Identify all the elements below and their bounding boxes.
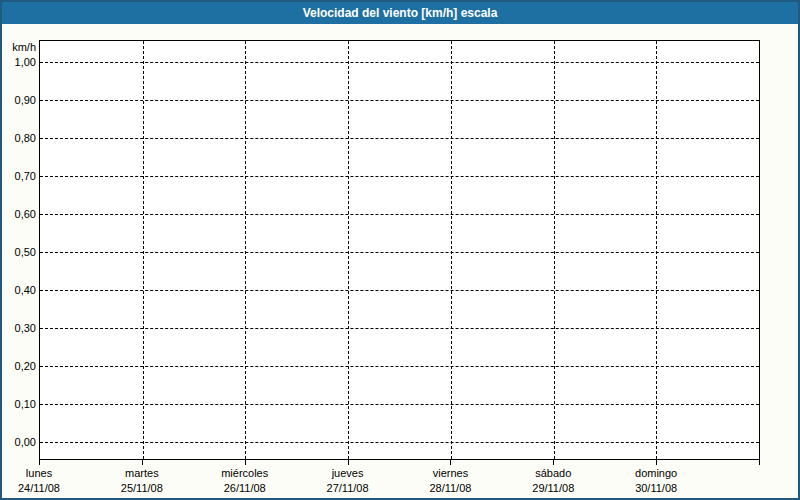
x-axis-day-label: jueves27/11/08 (300, 466, 396, 496)
day-date: 26/11/08 (197, 481, 293, 496)
plot-area (39, 40, 760, 460)
h-gridline (40, 100, 759, 101)
day-name: jueves (300, 466, 396, 481)
x-axis-tick (39, 460, 40, 465)
h-gridline (40, 442, 759, 443)
v-gridline (348, 41, 349, 459)
y-axis-unit-label: km/h (2, 40, 36, 54)
day-name: martes (94, 466, 190, 481)
v-gridline (656, 41, 657, 459)
h-gridline (40, 328, 759, 329)
h-gridline (40, 252, 759, 253)
y-axis-tick-label: 0,00 (2, 435, 36, 449)
day-date: 28/11/08 (402, 481, 498, 496)
y-axis-tick-label: 0,60 (2, 207, 36, 221)
day-date: 29/11/08 (505, 481, 601, 496)
x-axis-day-label: miércoles26/11/08 (197, 466, 293, 496)
day-date: 27/11/08 (300, 481, 396, 496)
y-axis-tick-label: 0,10 (2, 397, 36, 411)
day-date: 30/11/08 (608, 481, 704, 496)
y-axis-tick-label: 0,50 (2, 245, 36, 259)
x-axis-day-label: lunes24/11/08 (0, 466, 87, 496)
chart-window: Velocidad del viento [km/h] escala km/h … (0, 0, 800, 500)
x-axis-tick (450, 460, 451, 465)
x-axis-tick (553, 460, 554, 465)
x-axis-day-label: viernes28/11/08 (402, 466, 498, 496)
v-gridline (554, 41, 555, 459)
chart-title-bar: Velocidad del viento [km/h] escala (2, 2, 798, 24)
x-axis-tick (245, 460, 246, 465)
v-gridline (143, 41, 144, 459)
x-axis-day-label: sábado29/11/08 (505, 466, 601, 496)
h-gridline (40, 62, 759, 63)
x-axis-tick (759, 460, 760, 465)
h-gridline (40, 290, 759, 291)
x-axis-day-label: martes25/11/08 (94, 466, 190, 496)
y-axis-tick-label: 0,30 (2, 321, 36, 335)
h-gridline (40, 176, 759, 177)
v-gridline (245, 41, 246, 459)
y-axis-tick-label: 0,70 (2, 169, 36, 183)
h-gridline (40, 214, 759, 215)
y-axis-tick-label: 0,80 (2, 131, 36, 145)
chart-title: Velocidad del viento [km/h] escala (303, 6, 498, 20)
h-gridline (40, 138, 759, 139)
x-axis-day-label: domingo30/11/08 (608, 466, 704, 496)
h-gridline (40, 404, 759, 405)
v-gridline (451, 41, 452, 459)
y-axis-tick-label: 0,40 (2, 283, 36, 297)
y-axis-tick-label: 1,00 (2, 55, 36, 69)
day-name: viernes (402, 466, 498, 481)
day-name: domingo (608, 466, 704, 481)
day-name: miércoles (197, 466, 293, 481)
day-name: sábado (505, 466, 601, 481)
h-gridline (40, 366, 759, 367)
y-axis-tick-label: 0,20 (2, 359, 36, 373)
y-axis-tick-label: 0,90 (2, 93, 36, 107)
day-date: 24/11/08 (0, 481, 87, 496)
x-axis-tick (348, 460, 349, 465)
day-date: 25/11/08 (94, 481, 190, 496)
x-axis-tick (142, 460, 143, 465)
day-name: lunes (0, 466, 87, 481)
x-axis-tick (656, 460, 657, 465)
